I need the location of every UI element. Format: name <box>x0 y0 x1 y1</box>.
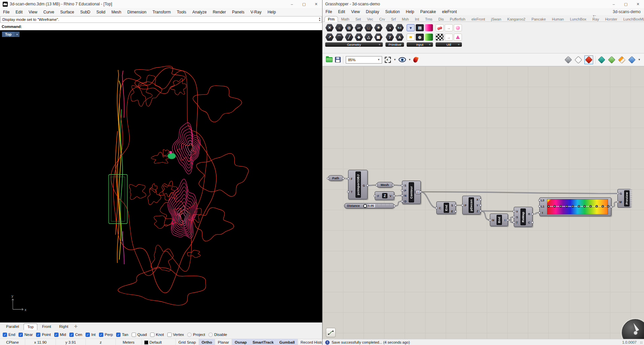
osnap-knot[interactable]: Knot <box>150 333 164 337</box>
tab-trns[interactable]: Trns <box>422 16 436 22</box>
tab-jswan[interactable]: jSwan <box>488 16 504 22</box>
port-path-out[interactable] <box>342 177 344 180</box>
port-contour-d[interactable] <box>401 200 403 202</box>
checkbox-checked-icon[interactable]: ✓ <box>86 333 90 337</box>
menu-transform[interactable]: Transform <box>149 10 174 14</box>
value-list-icon[interactable]: ◍ <box>416 34 424 41</box>
status-smarttrack[interactable]: SmartTrack <box>250 339 277 345</box>
spinner-up-icon[interactable]: ▲ <box>318 17 321 19</box>
node-path-param[interactable]: Path <box>328 175 343 181</box>
port-unitz-f[interactable] <box>374 195 376 197</box>
view-blue-button[interactable] <box>628 56 636 64</box>
tab-kangaroo2[interactable]: Kangaroo2 <box>504 16 529 22</box>
tab-crv[interactable]: Crv <box>376 16 388 22</box>
viewport-title-chip[interactable]: Top ▼ <box>2 32 20 37</box>
brep-icon[interactable]: ▦ <box>374 33 383 41</box>
import-slider-icon[interactable]: ▼ <box>407 24 415 31</box>
preview-shaded-button[interactable] <box>584 55 593 64</box>
port-end-e[interactable] <box>454 210 457 213</box>
port-importer-t[interactable] <box>347 191 349 193</box>
node-pdecon[interactable]: pDecon P X Y Z <box>462 196 481 215</box>
chevron-down-icon[interactable]: ▼ <box>377 58 380 61</box>
expand-group-icon[interactable]: ＋ <box>378 42 381 47</box>
menu-display[interactable]: Display <box>363 9 382 14</box>
point-icon[interactable]: ◈ <box>354 33 363 41</box>
port-contour-c[interactable] <box>419 191 422 193</box>
port-gradient-l1[interactable] <box>538 205 541 207</box>
gradient-swatch[interactable] <box>547 199 608 215</box>
port-remap-c[interactable] <box>531 221 534 224</box>
graph-mapper-icon[interactable]: ≋ <box>407 34 415 41</box>
gradient-grip[interactable] <box>572 205 574 207</box>
port-importer-g[interactable] <box>366 184 369 187</box>
menu-pancake[interactable]: Pancake <box>417 9 439 14</box>
box-icon[interactable]: □ <box>364 24 373 32</box>
menu-tools[interactable]: Tools <box>174 10 189 14</box>
tab-pufferfish[interactable]: Pufferfish <box>447 16 468 22</box>
menu-file[interactable]: File <box>323 9 335 14</box>
menu-render[interactable]: Render <box>210 10 229 14</box>
tab-lunchbox[interactable]: LunchBox <box>567 16 589 22</box>
cherry-picker-icon[interactable] <box>436 24 444 31</box>
osnap-vertex[interactable]: Vertex <box>167 333 184 337</box>
tab-set[interactable]: Set <box>352 16 364 22</box>
gh-canvas[interactable]: Path pcImportOBJ F T G Mesh F Z V <box>323 66 644 339</box>
number-icon[interactable]: 0.1 <box>395 24 404 32</box>
port-pdecon-y[interactable] <box>479 204 482 206</box>
menu-edit[interactable]: Edit <box>335 9 348 14</box>
command-history-spinner[interactable]: ▲▼ <box>318 17 321 22</box>
expand-group-icon[interactable]: ＋ <box>428 42 431 47</box>
port-mesh-out[interactable] <box>392 184 394 186</box>
osnap-perp[interactable]: ✓Perp <box>99 333 113 337</box>
gradient-grip[interactable] <box>602 205 604 207</box>
checkbox-unchecked-icon[interactable] <box>167 333 172 337</box>
osnap-end[interactable]: ✓End <box>3 333 15 337</box>
tab-srf[interactable]: Srf <box>388 16 399 22</box>
save-file-icon[interactable] <box>335 57 341 63</box>
node-mesh-param[interactable]: Mesh <box>376 182 393 188</box>
osnap-point[interactable]: ✓Point <box>36 333 50 337</box>
view-orange-button[interactable] <box>618 56 626 64</box>
node-pcimportobj[interactable]: pcImportOBJ F T G <box>348 170 368 199</box>
osnap-near[interactable]: ✓Near <box>19 333 33 337</box>
menu-subd[interactable]: SubD <box>77 10 93 14</box>
gradient-pink-icon[interactable] <box>425 24 433 31</box>
zoom-extents-icon[interactable]: x <box>384 56 391 63</box>
integer-icon[interactable]: 7 <box>385 33 394 41</box>
node-remap[interactable]: ReMap V S T R C <box>514 207 533 227</box>
plane-icon[interactable]: ▱ <box>354 24 363 32</box>
checkbox-unchecked-icon[interactable] <box>132 333 136 337</box>
menu-elefront[interactable]: eleFront <box>439 9 460 14</box>
viewport-tab-right[interactable]: Right <box>56 323 72 330</box>
view-green-button[interactable] <box>608 56 616 64</box>
port-importer-f[interactable] <box>347 178 349 180</box>
tab-msh[interactable]: Msh <box>399 16 412 22</box>
preview-off-button[interactable] <box>564 56 572 64</box>
gradient-grip[interactable] <box>583 205 586 207</box>
port-remap-r[interactable] <box>531 213 534 215</box>
tab-human[interactable]: Human <box>549 16 567 22</box>
port-end-c[interactable] <box>435 207 438 209</box>
maximize-button[interactable]: ▢ <box>620 0 632 8</box>
gradient-green-icon[interactable] <box>425 34 433 41</box>
tab-horster[interactable]: Horster <box>602 16 620 22</box>
port-contour-p[interactable] <box>401 189 403 192</box>
minimize-button[interactable]: – <box>286 0 298 8</box>
gradient-grip[interactable] <box>596 205 598 207</box>
menu-view[interactable]: View <box>348 9 363 14</box>
node-unit-z[interactable]: F Z V <box>375 191 394 200</box>
null-item-icon[interactable]: ✕ <box>325 24 334 32</box>
checkbox-unchecked-icon[interactable] <box>150 333 155 337</box>
node-gradient[interactable]: L0 L1 t <box>539 197 611 216</box>
port-mesh-in[interactable] <box>375 184 378 186</box>
viewport-tab-front[interactable]: Front <box>39 323 55 330</box>
preview-wire-button[interactable] <box>574 56 582 64</box>
ribbon-group-label[interactable]: Geometry＋ <box>325 42 383 47</box>
osnap-disable[interactable]: Disable <box>208 333 227 337</box>
viewport-title-dropdown-icon[interactable]: ▼ <box>14 32 20 37</box>
status-cplane[interactable]: CPlane <box>0 339 25 345</box>
ribbon-group-label[interactable]: Util＋ <box>436 42 462 47</box>
spiral-icon[interactable]: ◎ <box>345 24 353 32</box>
status-units[interactable]: Meters <box>116 339 142 345</box>
osnap-cen[interactable]: ✓Cen <box>69 333 82 337</box>
